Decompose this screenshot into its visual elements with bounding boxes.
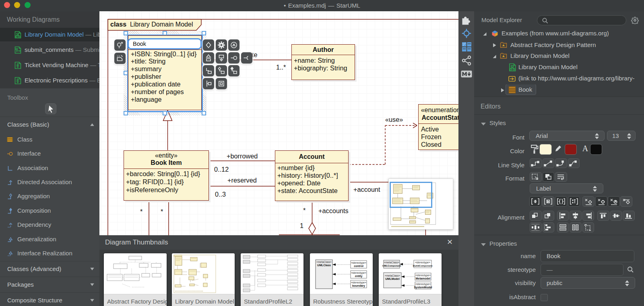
svg-text:Metamodel: Metamodel — [416, 277, 431, 280]
svg-text:«metaClass»: «metaClass» — [316, 261, 332, 263]
svg-text:«metaClass»: «metaClass» — [384, 261, 399, 264]
svg-text:«stereotype»: «stereotype» — [351, 261, 366, 265]
svg-text:«stereotype»: «stereotype» — [415, 274, 431, 277]
svg-text:BuildComponent: BuildComponent — [413, 265, 432, 267]
svg-text:«stereotype»: «stereotype» — [415, 261, 430, 264]
svg-text:«stereotype»: «stereotype» — [415, 283, 431, 286]
svg-text:boundary: boundary — [352, 284, 365, 288]
svg-text:control: control — [354, 265, 363, 267]
svg-text:UMLComponent: UMLComponent — [382, 265, 401, 267]
svg-text:entity: entity — [355, 275, 363, 278]
svg-text:«metaClass»: «metaClass» — [385, 274, 400, 277]
svg-text:UMLClass: UMLClass — [317, 264, 331, 267]
svg-text:SystemModel: SystemModel — [414, 286, 432, 289]
svg-text:UMLModel: UMLModel — [385, 277, 399, 280]
svg-text:«stereotype»: «stereotype» — [351, 271, 366, 275]
svg-text:«stereotype»: «stereotype» — [351, 281, 366, 284]
